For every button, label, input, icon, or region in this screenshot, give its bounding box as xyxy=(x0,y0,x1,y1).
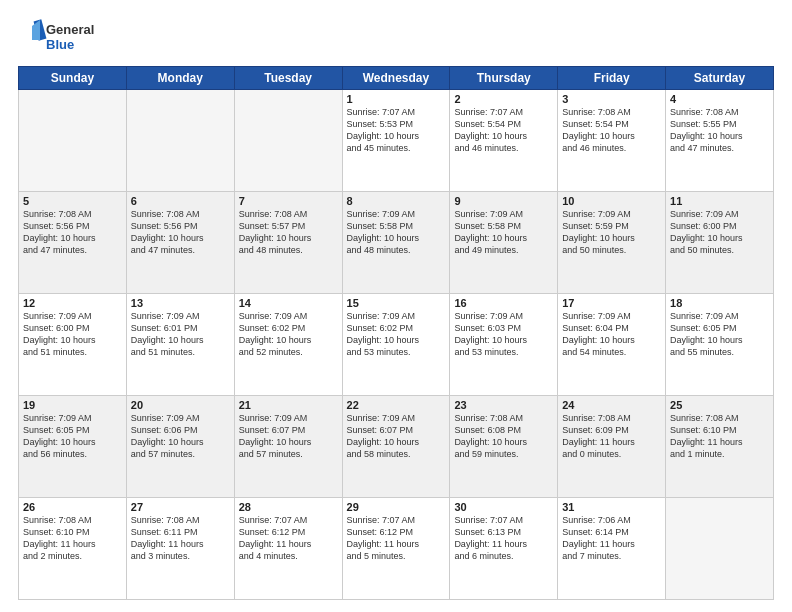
calendar-day-cell: 27Sunrise: 7:08 AM Sunset: 6:11 PM Dayli… xyxy=(126,498,234,600)
day-number: 2 xyxy=(454,93,553,105)
calendar-day-header: Saturday xyxy=(666,67,774,90)
svg-marker-3 xyxy=(32,20,40,40)
calendar-day-cell: 5Sunrise: 7:08 AM Sunset: 5:56 PM Daylig… xyxy=(19,192,127,294)
day-number: 9 xyxy=(454,195,553,207)
calendar-day-cell xyxy=(19,90,127,192)
day-number: 17 xyxy=(562,297,661,309)
calendar-day-cell: 9Sunrise: 7:09 AM Sunset: 5:58 PM Daylig… xyxy=(450,192,558,294)
calendar-day-cell: 30Sunrise: 7:07 AM Sunset: 6:13 PM Dayli… xyxy=(450,498,558,600)
day-number: 11 xyxy=(670,195,769,207)
calendar-day-cell: 14Sunrise: 7:09 AM Sunset: 6:02 PM Dayli… xyxy=(234,294,342,396)
day-info: Sunrise: 7:09 AM Sunset: 6:02 PM Dayligh… xyxy=(239,310,338,359)
day-info: Sunrise: 7:08 AM Sunset: 5:56 PM Dayligh… xyxy=(23,208,122,257)
calendar-day-cell: 23Sunrise: 7:08 AM Sunset: 6:08 PM Dayli… xyxy=(450,396,558,498)
calendar-day-cell: 11Sunrise: 7:09 AM Sunset: 6:00 PM Dayli… xyxy=(666,192,774,294)
calendar-table: SundayMondayTuesdayWednesdayThursdayFrid… xyxy=(18,66,774,600)
day-number: 8 xyxy=(347,195,446,207)
day-info: Sunrise: 7:09 AM Sunset: 6:05 PM Dayligh… xyxy=(670,310,769,359)
day-number: 7 xyxy=(239,195,338,207)
calendar-week-row: 26Sunrise: 7:08 AM Sunset: 6:10 PM Dayli… xyxy=(19,498,774,600)
day-info: Sunrise: 7:07 AM Sunset: 6:12 PM Dayligh… xyxy=(347,514,446,563)
day-number: 5 xyxy=(23,195,122,207)
day-number: 26 xyxy=(23,501,122,513)
day-number: 23 xyxy=(454,399,553,411)
day-info: Sunrise: 7:09 AM Sunset: 6:04 PM Dayligh… xyxy=(562,310,661,359)
day-info: Sunrise: 7:08 AM Sunset: 6:10 PM Dayligh… xyxy=(23,514,122,563)
calendar-day-cell xyxy=(666,498,774,600)
day-number: 21 xyxy=(239,399,338,411)
calendar-day-cell xyxy=(234,90,342,192)
day-info: Sunrise: 7:09 AM Sunset: 5:59 PM Dayligh… xyxy=(562,208,661,257)
calendar-day-cell: 26Sunrise: 7:08 AM Sunset: 6:10 PM Dayli… xyxy=(19,498,127,600)
day-number: 27 xyxy=(131,501,230,513)
day-info: Sunrise: 7:09 AM Sunset: 6:06 PM Dayligh… xyxy=(131,412,230,461)
day-number: 3 xyxy=(562,93,661,105)
calendar-day-cell: 4Sunrise: 7:08 AM Sunset: 5:55 PM Daylig… xyxy=(666,90,774,192)
calendar-day-cell: 8Sunrise: 7:09 AM Sunset: 5:58 PM Daylig… xyxy=(342,192,450,294)
calendar-day-cell: 6Sunrise: 7:08 AM Sunset: 5:56 PM Daylig… xyxy=(126,192,234,294)
day-info: Sunrise: 7:09 AM Sunset: 6:03 PM Dayligh… xyxy=(454,310,553,359)
day-number: 28 xyxy=(239,501,338,513)
calendar-day-cell: 24Sunrise: 7:08 AM Sunset: 6:09 PM Dayli… xyxy=(558,396,666,498)
day-number: 18 xyxy=(670,297,769,309)
day-info: Sunrise: 7:09 AM Sunset: 5:58 PM Dayligh… xyxy=(454,208,553,257)
day-info: Sunrise: 7:09 AM Sunset: 6:00 PM Dayligh… xyxy=(23,310,122,359)
calendar-day-cell: 21Sunrise: 7:09 AM Sunset: 6:07 PM Dayli… xyxy=(234,396,342,498)
day-info: Sunrise: 7:08 AM Sunset: 5:54 PM Dayligh… xyxy=(562,106,661,155)
day-number: 20 xyxy=(131,399,230,411)
calendar-week-row: 5Sunrise: 7:08 AM Sunset: 5:56 PM Daylig… xyxy=(19,192,774,294)
calendar-day-cell: 13Sunrise: 7:09 AM Sunset: 6:01 PM Dayli… xyxy=(126,294,234,396)
calendar-day-cell: 1Sunrise: 7:07 AM Sunset: 5:53 PM Daylig… xyxy=(342,90,450,192)
day-number: 12 xyxy=(23,297,122,309)
day-number: 6 xyxy=(131,195,230,207)
calendar-day-cell: 28Sunrise: 7:07 AM Sunset: 6:12 PM Dayli… xyxy=(234,498,342,600)
calendar-day-cell: 2Sunrise: 7:07 AM Sunset: 5:54 PM Daylig… xyxy=(450,90,558,192)
svg-text:Blue: Blue xyxy=(46,37,74,52)
day-number: 10 xyxy=(562,195,661,207)
day-info: Sunrise: 7:08 AM Sunset: 6:08 PM Dayligh… xyxy=(454,412,553,461)
day-number: 15 xyxy=(347,297,446,309)
calendar-day-header: Sunday xyxy=(19,67,127,90)
day-number: 13 xyxy=(131,297,230,309)
day-number: 30 xyxy=(454,501,553,513)
day-info: Sunrise: 7:08 AM Sunset: 5:55 PM Dayligh… xyxy=(670,106,769,155)
day-info: Sunrise: 7:07 AM Sunset: 6:12 PM Dayligh… xyxy=(239,514,338,563)
day-info: Sunrise: 7:09 AM Sunset: 6:07 PM Dayligh… xyxy=(239,412,338,461)
calendar-day-cell: 25Sunrise: 7:08 AM Sunset: 6:10 PM Dayli… xyxy=(666,396,774,498)
day-info: Sunrise: 7:09 AM Sunset: 6:00 PM Dayligh… xyxy=(670,208,769,257)
day-number: 29 xyxy=(347,501,446,513)
page-header: General Blue xyxy=(18,18,774,58)
day-info: Sunrise: 7:09 AM Sunset: 6:01 PM Dayligh… xyxy=(131,310,230,359)
calendar-day-cell: 3Sunrise: 7:08 AM Sunset: 5:54 PM Daylig… xyxy=(558,90,666,192)
calendar-day-cell: 7Sunrise: 7:08 AM Sunset: 5:57 PM Daylig… xyxy=(234,192,342,294)
calendar-week-row: 12Sunrise: 7:09 AM Sunset: 6:00 PM Dayli… xyxy=(19,294,774,396)
day-info: Sunrise: 7:06 AM Sunset: 6:14 PM Dayligh… xyxy=(562,514,661,563)
calendar-day-cell: 10Sunrise: 7:09 AM Sunset: 5:59 PM Dayli… xyxy=(558,192,666,294)
day-number: 22 xyxy=(347,399,446,411)
calendar-day-header: Wednesday xyxy=(342,67,450,90)
calendar-day-cell: 12Sunrise: 7:09 AM Sunset: 6:00 PM Dayli… xyxy=(19,294,127,396)
day-info: Sunrise: 7:09 AM Sunset: 6:02 PM Dayligh… xyxy=(347,310,446,359)
day-info: Sunrise: 7:09 AM Sunset: 6:05 PM Dayligh… xyxy=(23,412,122,461)
calendar-day-header: Tuesday xyxy=(234,67,342,90)
calendar-day-cell: 17Sunrise: 7:09 AM Sunset: 6:04 PM Dayli… xyxy=(558,294,666,396)
day-number: 4 xyxy=(670,93,769,105)
calendar-day-cell: 22Sunrise: 7:09 AM Sunset: 6:07 PM Dayli… xyxy=(342,396,450,498)
calendar-day-cell: 29Sunrise: 7:07 AM Sunset: 6:12 PM Dayli… xyxy=(342,498,450,600)
day-number: 19 xyxy=(23,399,122,411)
day-number: 24 xyxy=(562,399,661,411)
day-info: Sunrise: 7:07 AM Sunset: 5:54 PM Dayligh… xyxy=(454,106,553,155)
day-number: 16 xyxy=(454,297,553,309)
calendar-day-header: Thursday xyxy=(450,67,558,90)
day-number: 1 xyxy=(347,93,446,105)
day-info: Sunrise: 7:07 AM Sunset: 6:13 PM Dayligh… xyxy=(454,514,553,563)
day-info: Sunrise: 7:08 AM Sunset: 5:56 PM Dayligh… xyxy=(131,208,230,257)
logo-svg: General Blue xyxy=(18,18,108,58)
day-info: Sunrise: 7:08 AM Sunset: 5:57 PM Dayligh… xyxy=(239,208,338,257)
day-info: Sunrise: 7:08 AM Sunset: 6:11 PM Dayligh… xyxy=(131,514,230,563)
day-number: 25 xyxy=(670,399,769,411)
calendar-week-row: 19Sunrise: 7:09 AM Sunset: 6:05 PM Dayli… xyxy=(19,396,774,498)
calendar-week-row: 1Sunrise: 7:07 AM Sunset: 5:53 PM Daylig… xyxy=(19,90,774,192)
calendar-day-cell: 20Sunrise: 7:09 AM Sunset: 6:06 PM Dayli… xyxy=(126,396,234,498)
calendar-day-cell: 18Sunrise: 7:09 AM Sunset: 6:05 PM Dayli… xyxy=(666,294,774,396)
